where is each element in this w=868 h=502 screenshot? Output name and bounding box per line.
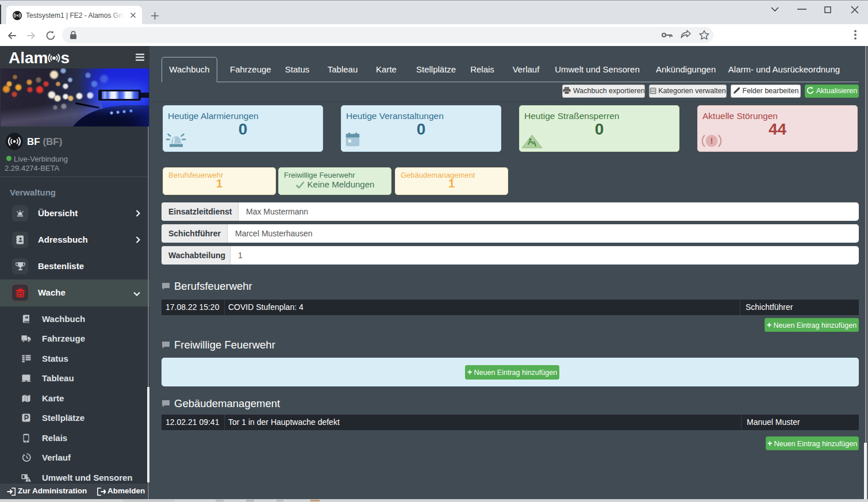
svg-text:!: ! [710, 136, 713, 145]
